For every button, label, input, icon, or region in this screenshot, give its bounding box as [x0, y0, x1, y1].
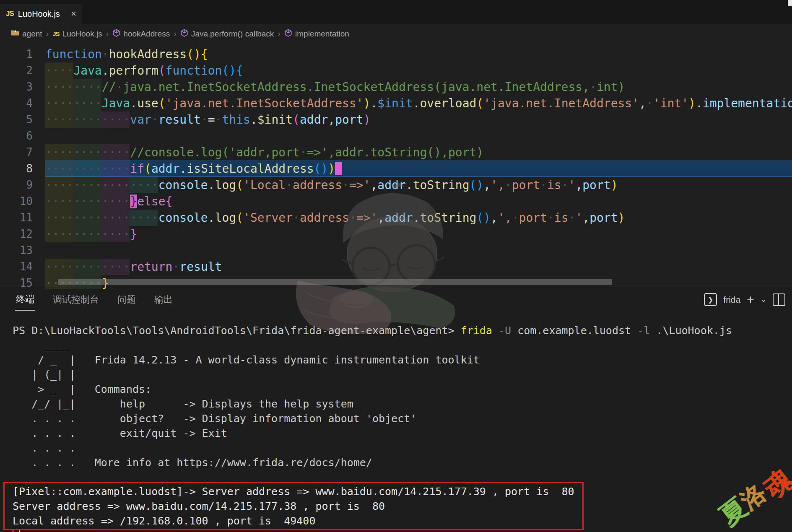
frida-output-box: [Pixel::com.example.luodst]-> Server add…	[3, 482, 584, 530]
breadcrumb-item-hookaddress[interactable]: hookAddress	[112, 29, 170, 39]
terminal-text: -l	[637, 324, 650, 337]
whitespace-dots: ·	[349, 211, 356, 225]
token: Java	[73, 64, 101, 78]
code-content: ············//console.log('addr,port·=>'…	[45, 144, 792, 161]
breadcrumb-label: agent	[22, 29, 42, 39]
whitespace-dots: ·	[342, 178, 349, 192]
code-text: ············if(addr.isSiteLocalAddress()…	[45, 162, 342, 176]
breadcrumb-item-java-perform-callback[interactable]: Java.perform() callback	[180, 29, 274, 39]
new-terminal-button[interactable]: +	[747, 294, 754, 305]
code-line-6[interactable]: 6	[0, 128, 792, 144]
whitespace-dots: ·	[547, 211, 554, 225]
token: (	[158, 96, 166, 110]
code-content	[45, 242, 792, 259]
code-line-8[interactable]: 8············if(addr.isSiteLocalAddress(…	[0, 161, 792, 177]
token: function	[166, 64, 222, 78]
token: ,	[575, 178, 582, 192]
token: .	[413, 211, 420, 225]
code-text: ········//·java.net.InetSocketAddress.In…	[45, 80, 625, 94]
token: )	[364, 96, 371, 110]
token: ,	[639, 96, 646, 110]
token: addr	[300, 113, 328, 127]
code-line-10[interactable]: 10············}else{	[0, 193, 792, 210]
code-line-9[interactable]: 9················console.log('Local·addr…	[0, 177, 792, 193]
terminal-banner-line: . . . . object? -> Display information a…	[13, 411, 732, 426]
chevron-down-icon[interactable]: ⌄	[761, 295, 766, 304]
breadcrumb-label: hookAddress	[123, 29, 170, 39]
whitespace-dots: ············	[45, 113, 130, 127]
code-line-2[interactable]: 2····Java.perform(function(){	[0, 62, 792, 79]
horizontal-scrollbar[interactable]	[58, 279, 612, 285]
tab-luohook-js[interactable]: JS LuoHook.js ×	[0, 4, 82, 24]
panel-tab-item[interactable]: 输出	[153, 290, 174, 310]
token: implementation	[703, 96, 792, 110]
terminal-banner-line: . . . .	[13, 441, 732, 455]
panel-tab-item[interactable]: 问题	[117, 290, 137, 310]
token: (	[476, 96, 483, 110]
frida-output-line: Server address => www.baidu.com/14.215.1…	[13, 499, 582, 514]
line-number: 9	[0, 177, 45, 193]
terminal-text: com.example.luodst	[511, 324, 637, 337]
line-number: 6	[0, 128, 45, 144]
terminal-text	[492, 324, 499, 337]
token: //console.log('addr,port	[130, 145, 300, 159]
whitespace-dots: ················	[45, 178, 158, 192]
token: =>'	[356, 211, 378, 225]
code-line-3[interactable]: 3········//·java.net.InetSocketAddress.I…	[0, 79, 792, 95]
folder-icon	[11, 29, 19, 39]
code-line-13[interactable]: 13	[0, 242, 792, 259]
whitespace-dots: ·	[172, 260, 179, 274]
code-content: ············return·result	[45, 259, 792, 275]
breadcrumb-item-luohook-js[interactable]: JSLuoHook.js	[52, 29, 102, 39]
panel-tab-item[interactable]: 调试控制台	[52, 290, 100, 310]
close-tab-icon[interactable]: ×	[71, 8, 76, 19]
breadcrumb-item-agent[interactable]: agent	[11, 29, 42, 39]
code-content: ················console.log('Server·addr…	[45, 210, 792, 226]
token: .	[179, 162, 187, 176]
token: Java	[102, 96, 130, 110]
token: ,	[377, 211, 384, 225]
token: toString	[420, 211, 477, 225]
code-text: ············var·result·=·this.$init(addr…	[45, 113, 371, 127]
token: 'Server	[243, 211, 293, 225]
breadcrumb: agent›JSLuoHook.js›hookAddress›Java.perf…	[11, 24, 349, 44]
breadcrumb-separator: ›	[174, 29, 177, 39]
whitespace-dots: ············	[45, 195, 130, 208]
line-number: 12	[0, 226, 45, 242]
whitespace-dots: ················	[45, 211, 158, 225]
code-line-12[interactable]: 12············}	[0, 226, 792, 242]
token: }	[130, 227, 137, 241]
token: )	[364, 113, 371, 127]
breadcrumb-item-implementation[interactable]: implementation	[284, 29, 349, 39]
token: .	[696, 96, 703, 110]
whitespace-dots: ·	[300, 145, 307, 159]
code-line-14[interactable]: 14············return·result	[0, 259, 792, 275]
breadcrumb-label: implementation	[295, 29, 349, 39]
token: overload	[420, 96, 476, 110]
whitespace-dots: ·	[201, 113, 208, 127]
code-line-4[interactable]: 4········Java.use('java.net.InetSocketAd…	[0, 95, 792, 112]
code-content: ········Java.use('java.net.InetSocketAdd…	[45, 95, 792, 112]
token: port	[582, 178, 610, 192]
line-number: 8	[0, 161, 45, 177]
token: (){	[187, 47, 208, 61]
token: $init	[377, 96, 413, 110]
code-line-7[interactable]: 7············//console.log('addr,port·=>…	[0, 144, 792, 161]
whitespace-dots: ············	[45, 162, 130, 176]
code-editor[interactable]: 1function·hookAddress(){2····Java.perfor…	[0, 44, 792, 289]
split-terminal-icon[interactable]	[773, 293, 785, 306]
code-line-11[interactable]: 11················console.log('Server·ad…	[0, 210, 792, 226]
code-line-5[interactable]: 5············var·result·=·this.$init(add…	[0, 112, 792, 128]
code-content: ········//·java.net.InetSocketAddress.In…	[45, 79, 792, 95]
panel-tab-terminal-active[interactable]: 终端	[15, 290, 35, 311]
terminal-output[interactable]: PS D:\LuoHackTools\Tools\AndroidTools\Fr…	[13, 323, 732, 470]
whitespace-dots: ············	[45, 145, 130, 159]
token: (	[144, 162, 151, 176]
whitespace-dots: ·	[540, 178, 547, 192]
code-line-1[interactable]: 1function·hookAddress(){	[0, 46, 792, 62]
terminal-session-label[interactable]: frida	[723, 295, 740, 305]
token: port	[335, 113, 363, 127]
line-number: 4	[0, 95, 45, 112]
token: ()	[314, 162, 328, 176]
token: return	[130, 260, 172, 274]
